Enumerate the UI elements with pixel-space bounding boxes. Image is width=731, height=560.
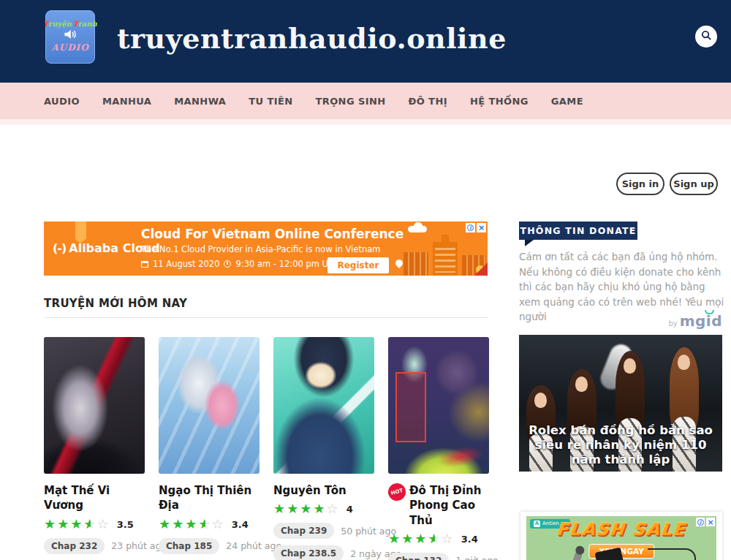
ad-close-icon[interactable]: × (477, 223, 486, 232)
nav-item[interactable]: GAME (551, 96, 583, 107)
chapter-chip[interactable]: Chap 232 (44, 538, 105, 554)
corner-ribbon-graphic (474, 262, 488, 276)
star-icon: ★ (401, 531, 413, 546)
star-icon: ☆ (327, 501, 338, 516)
chapter-row: Chap 132 1 giờ ago (388, 553, 489, 560)
star-icon: ★ (185, 516, 197, 531)
flash-ad-body: A Antien.vn FLASH SALE XEM NGAY i × (526, 516, 716, 560)
chapter-chip[interactable]: Chap 239 (273, 523, 334, 539)
nav-bottom-strip (0, 119, 731, 125)
comic-cover-image[interactable] (273, 337, 374, 474)
comic-title[interactable]: Nguyên Tôn (273, 483, 346, 498)
alibaba-logo-mark: (-) (53, 241, 66, 255)
chapter-list: Chap 132 1 giờ ago Chap 131 05/08/2020 (388, 553, 489, 560)
mgid-attribution[interactable]: bymgid (519, 312, 722, 330)
rating-value: 3.4 (232, 519, 249, 530)
star-icon: ☆★ (198, 518, 210, 531)
stars-rating: ★★★☆★☆ 3.4 (159, 518, 260, 531)
comic-card: Mạt Thế Vi Vương ★★★☆★☆ 3.5 Chap 232 23 … (44, 337, 145, 560)
logo-word2: Tranh (72, 20, 98, 28)
comic-title-row: Nguyên Tôn (273, 483, 374, 498)
flash-sale-ad[interactable]: A Antien.vn FLASH SALE XEM NGAY i × (520, 512, 722, 560)
ad-headline: Cloud For Vietnam Online Conference (141, 227, 404, 241)
nav-item[interactable]: MANHWA (174, 96, 226, 107)
sign-up-button[interactable]: Sign up (670, 173, 718, 195)
ad-close-icon[interactable]: × (706, 518, 715, 526)
chapter-chip[interactable]: Chap 185 (159, 538, 219, 554)
chapter-list: Chap 185 24 phút ago Chap 184 3 ngày ago (159, 538, 260, 560)
star-icons: ★★★☆★☆ (159, 518, 225, 531)
star-icon: ★ (273, 501, 285, 516)
page: TruyệnTranh AUDIO truyentranhaudio.onlin… (0, 0, 731, 560)
sign-in-button[interactable]: Sign in (616, 173, 664, 195)
star-icons: ★★★★☆ (273, 502, 340, 516)
logo-script-text: TruyệnTranh (42, 20, 98, 28)
logo-audio-label: AUDIO (51, 43, 88, 53)
rating-value: 4 (346, 504, 353, 515)
stars-rating: ★★★☆★☆ 3.4 (388, 532, 489, 546)
star-icon: ★ (388, 531, 400, 546)
comic-card: Nguyên Tôn ★★★★☆ 4 Chap 239 50 phút ago … (273, 337, 374, 560)
section-title: TRUYỆN MỚI HÔM NAY (44, 297, 187, 310)
star-icon: ☆ (97, 516, 109, 531)
church-graphic (433, 242, 458, 276)
chapter-time: 1 giờ ago (455, 555, 498, 560)
star-icon: ★ (172, 516, 183, 531)
nav-item[interactable]: ĐÔ THỊ (408, 96, 447, 107)
star-icons: ★★★☆★☆ (388, 532, 455, 546)
comic-card: HOT Đô Thị Đỉnh Phong Cao Thủ ★★★☆★☆ 3.4… (388, 337, 489, 560)
nav-item[interactable]: AUDIO (44, 96, 80, 107)
ad-info-icon[interactable]: i (696, 518, 705, 526)
star-icon: ★ (287, 501, 298, 516)
chapter-row: Chap 239 50 phút ago (273, 523, 374, 539)
alibaba-ad-banner[interactable]: (-) Alibaba Cloud Cloud For Vietnam Onli… (44, 222, 488, 276)
native-ad-caption: Rolex bán đồng hồ bản sao siêu rẻ nhân k… (522, 423, 719, 467)
hanging-banner-graphic (75, 222, 86, 239)
comic-cover-image[interactable] (388, 337, 489, 474)
ad-event-date: 11 August 2020 (153, 259, 219, 269)
chapter-chip[interactable]: Chap 238.5 (273, 545, 344, 560)
star-icon: ★ (44, 516, 56, 531)
rating-value: 3.5 (117, 519, 134, 530)
main-nav: AUDIOMANHUAMANHWATU TIÊNTRỌNG SINHĐÔ THỊ… (0, 83, 731, 119)
search-button[interactable] (695, 26, 717, 48)
star-icon: ★ (57, 516, 69, 531)
chapter-list: Chap 239 50 phút ago Chap 238.5 2 ngày a… (273, 523, 374, 560)
hot-badge: HOT (386, 481, 407, 502)
mgid-brand: mgid (680, 312, 722, 330)
rolex-native-ad[interactable]: Rolex bán đồng hồ bản sao siêu rẻ nhân k… (519, 335, 722, 472)
site-title[interactable]: truyentranhaudio.online (117, 22, 507, 55)
microphone-graphic (571, 550, 583, 560)
comic-title[interactable]: Mạt Thế Vi Vương (44, 483, 145, 513)
comic-card: Ngạo Thị Thiên Địa ★★★☆★☆ 3.4 Chap 185 2… (159, 337, 260, 560)
register-now-button[interactable]: Register Now (327, 257, 389, 273)
speaker-icon (64, 29, 77, 42)
building-graphic (404, 252, 428, 276)
stars-rating: ★★★★☆ 4 (273, 502, 374, 516)
stars-rating: ★★★☆★☆ 3.5 (44, 518, 145, 531)
comic-cover-image[interactable] (159, 337, 260, 474)
star-icon: ★ (300, 501, 311, 516)
ad-info-icon[interactable]: i (466, 223, 475, 232)
nav-item[interactable]: TRỌNG SINH (315, 96, 385, 107)
mgid-by-label: by (668, 319, 677, 328)
star-icon: ☆ (212, 516, 224, 531)
nav-item[interactable]: HỆ THỐNG (470, 96, 529, 107)
clock-icon (224, 260, 231, 268)
star-icon: ☆ (442, 531, 453, 546)
comic-title-row: Ngạo Thị Thiên Địa (159, 483, 260, 513)
comic-title-row: Mạt Thế Vi Vương (44, 483, 145, 513)
site-logo[interactable]: TruyệnTranh AUDIO (45, 10, 95, 64)
comic-title[interactable]: Ngạo Thị Thiên Địa (159, 483, 260, 513)
star-icon: ★ (159, 516, 170, 531)
donate-ribbon: THÔNG TIN DONATE (519, 222, 637, 240)
section-divider (44, 317, 488, 318)
nav-item[interactable]: TU TIÊN (249, 96, 292, 107)
comic-title[interactable]: Đô Thị Đỉnh Phong Cao Thủ (409, 483, 489, 528)
comic-cover-image[interactable] (44, 337, 145, 474)
chapter-chip[interactable]: Chap 132 (388, 553, 449, 560)
info-letter: i (467, 224, 474, 231)
comic-title-row: HOT Đô Thị Đỉnh Phong Cao Thủ (388, 483, 489, 528)
star-icon: ★ (70, 516, 82, 531)
nav-item[interactable]: MANHUA (102, 96, 151, 107)
